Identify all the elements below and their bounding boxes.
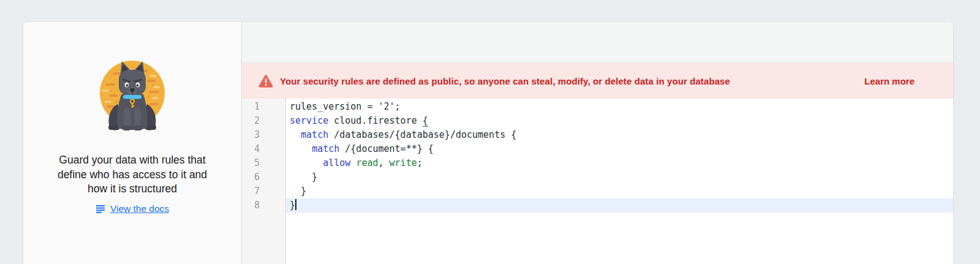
line-number: 1 [242,100,285,114]
warning-message: Your security rules are defined as publi… [280,76,730,86]
guard-heading-line: define who has access to it and [58,168,207,183]
line-number: 4 [242,142,285,156]
code-line[interactable]: allow read, write; [286,156,953,170]
view-docs-link[interactable]: View the docs [96,203,169,214]
text-cursor [295,199,296,210]
code-line[interactable]: } [286,184,953,198]
code-area[interactable]: rules_version = '2';service cloud.firest… [286,99,953,264]
code-line-active[interactable]: } [286,198,953,213]
code-line[interactable]: } [286,170,953,184]
warning-triangle-icon [258,74,274,88]
rules-code-editor: 12345678 rules_version = '2';service clo… [242,99,953,264]
rules-info-panel: Guard your data with rules thatdefine wh… [23,22,242,264]
guard-heading-line: Guard your data with rules that [58,153,207,168]
line-number-gutter: 12345678 [242,99,286,264]
guard-dog-illustration [89,56,175,140]
line-number: 5 [242,156,285,170]
code-line[interactable]: match /{document=**} { [286,142,953,156]
guard-heading: Guard your data with rules thatdefine wh… [58,153,207,197]
line-number: 7 [242,184,285,198]
editor-toolbar [242,22,953,63]
guard-heading-line: how it is structured [58,182,207,197]
guard-dog-icon [89,56,175,140]
learn-more-button[interactable]: Learn more [864,76,914,86]
view-docs-link-label[interactable]: View the docs [110,203,169,214]
line-number: 8 [242,198,285,213]
code-line[interactable]: match /databases/{database}/documents { [286,128,953,142]
line-number: 6 [242,170,285,184]
rules-editor-panel: Your security rules are defined as publi… [242,22,953,264]
line-number: 2 [242,114,285,128]
rules-card: Guard your data with rules thatdefine wh… [23,22,953,264]
docs-lines-icon [96,205,105,213]
code-line[interactable]: rules_version = '2'; [286,100,953,114]
security-warning-banner: Your security rules are defined as publi… [242,63,953,99]
code-line[interactable]: service cloud.firestore { [286,114,953,128]
line-number: 3 [242,128,285,142]
